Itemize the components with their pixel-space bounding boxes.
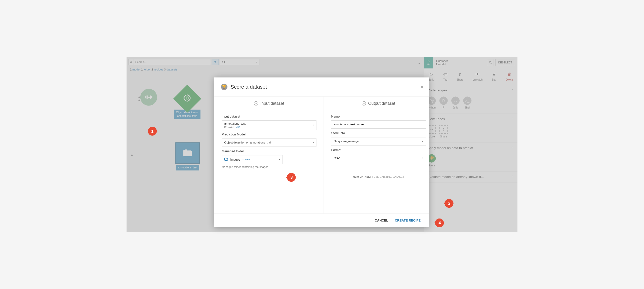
managed-folder-view-link[interactable]: – view [242, 158, 250, 161]
mode-new[interactable]: NEW DATASET [353, 175, 372, 178]
prediction-model-select[interactable]: Object detection on annotations_train ▼ [222, 138, 316, 147]
label-output-name: Name [331, 115, 426, 118]
input-dataset-subtext: DATASET - View [224, 126, 240, 128]
label-prediction-model: Prediction Model [222, 133, 316, 136]
store-into-value: filesystem_managed [334, 140, 360, 143]
callout-3: 3 [287, 173, 296, 182]
output-name-input[interactable] [331, 120, 426, 129]
caret-down-icon: ▼ [279, 159, 280, 160]
input-column-header: → Input dataset [214, 96, 324, 110]
callout-4: 4 [435, 219, 444, 227]
format-select[interactable]: CSV ▼ [331, 154, 426, 162]
label-store-into: Store into [331, 131, 426, 135]
trophy-icon: 🏆 [221, 84, 227, 90]
arrow-in-icon: → [254, 101, 258, 105]
label-managed-folder: Managed folder [222, 149, 316, 153]
cancel-button[interactable]: CANCEL [375, 219, 388, 222]
create-recipe-button[interactable]: CREATE RECIPE [395, 219, 421, 222]
input-dataset-view-link[interactable]: View [236, 126, 240, 128]
mode-existing[interactable]: USE EXISTING DATASET [374, 175, 404, 178]
output-column-header: → Output dataset [324, 96, 433, 110]
modal-title: 🏆 Score a dataset [221, 84, 267, 90]
store-into-select[interactable]: filesystem_managed ▼ [331, 137, 426, 146]
close-button[interactable]: ✕ [420, 85, 424, 90]
managed-folder-value: images [230, 158, 240, 161]
managed-folder-hint: Managed folder containing the images [222, 166, 316, 169]
output-name-field[interactable] [334, 123, 423, 126]
callout-1: 1 [148, 127, 157, 136]
caret-down-icon: ▼ [312, 124, 314, 126]
input-dataset-select[interactable]: annotations_test DATASET - View ▼ [222, 120, 316, 130]
minimize-button[interactable]: — [414, 86, 418, 91]
caret-down-icon: ▼ [422, 140, 424, 142]
caret-down-icon: ▼ [422, 157, 424, 159]
label-format: Format [331, 148, 426, 152]
dataset-mode-toggle[interactable]: NEW DATASET | USE EXISTING DATASET [331, 175, 426, 178]
format-value: CSV [334, 156, 340, 160]
arrow-out-icon: → [362, 101, 366, 105]
managed-folder-select[interactable]: images – view ▼ [222, 155, 283, 164]
prediction-model-value: Object detection on annotations_train [224, 141, 272, 144]
input-dataset-value: annotations_test [224, 122, 246, 125]
label-input-dataset: Input dataset [222, 115, 316, 118]
folder-icon [224, 157, 228, 162]
caret-down-icon: ▼ [312, 141, 314, 143]
score-dataset-modal: 🏆 Score a dataset — ✕ → Input dataset In… [214, 78, 429, 227]
callout-2: 2 [445, 199, 453, 208]
